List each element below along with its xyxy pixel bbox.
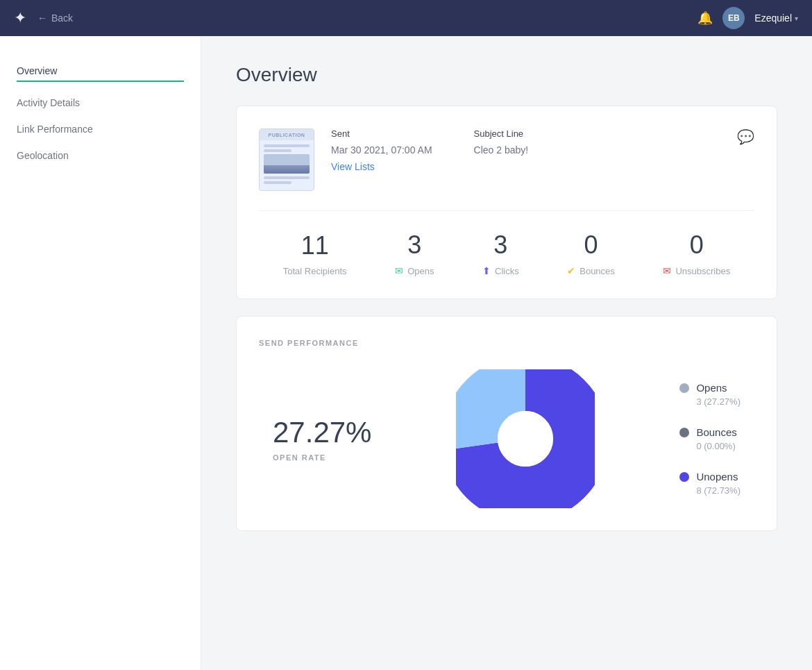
bounces-icon: ✔ [567,265,575,276]
stat-unsubscribes-label: ✉ Unsubscribes [663,265,730,276]
legend-label-bounces: Bounces [696,426,736,438]
perf-body: 27.27% OPEN RATE [259,369,754,508]
legend-item-opens: Opens 3 (27.27%) [679,382,741,407]
notification-icon[interactable]: 🔔 [697,10,713,26]
pie-chart [456,369,595,508]
perf-section-label: SEND PERFORMANCE [259,339,754,347]
legend-label-opens: Opens [696,382,727,394]
thumb-line-2 [264,149,291,152]
page-title: Overview [236,64,777,86]
sidebar-item-link-performance[interactable]: Link Performance [17,117,184,143]
back-arrow-icon: ← [37,12,47,24]
legend-dot-opens [679,383,689,393]
email-info-card: PUBLICATION Sent Mar 30 2021, 07:00 AM [236,106,777,299]
pie-svg [456,369,595,508]
sent-label: Sent [331,128,432,139]
view-lists-link[interactable]: View Lists [331,161,432,172]
legend-label-unopens: Unopens [696,471,738,483]
user-name-label: Ezequiel [754,12,792,24]
stat-bounces: 0 ✔ Bounces [567,231,615,276]
stat-total-recipients: 11 Total Recipients [283,231,347,276]
back-button[interactable]: ← Back [37,12,73,24]
subject-value: Cleo 2 baby! [474,144,529,156]
thumb-label: PUBLICATION [260,129,314,140]
performance-card: SEND PERFORMANCE 27.27% OPEN RATE [236,316,777,531]
email-meta: Sent Mar 30 2021, 07:00 AM View Lists Su… [331,128,528,172]
main-content: Overview PUBLICATION [201,36,812,670]
sidebar-item-geolocation[interactable]: Geolocation [17,143,184,169]
legend-dot-unopens [679,472,689,482]
meta-subject: Subject Line Cleo 2 baby! [474,128,529,172]
stat-opens-label: ✉ Opens [395,265,434,276]
stat-opens-number: 3 [395,231,434,260]
open-rate-label: OPEN RATE [273,453,371,462]
email-thumbnail: PUBLICATION [259,128,314,191]
chart-legend: Opens 3 (27.27%) Bounces 0 (0.00%) [679,382,741,496]
thumb-image [264,154,310,174]
stat-clicks-label: ⬆ Clicks [482,265,519,276]
stat-unsubscribes: 0 ✉ Unsubscribes [663,231,730,276]
stat-bounces-label: ✔ Bounces [567,265,615,276]
legend-value-opens: 3 (27.27%) [696,396,741,407]
unsubscribes-icon: ✉ [663,265,671,276]
stat-total-recipients-label: Total Recipients [283,266,347,276]
stat-total-recipients-number: 11 [283,231,347,260]
sidebar: Overview Activity Details Link Performan… [0,36,201,670]
stat-unsubscribes-number: 0 [663,231,730,260]
stat-bounces-number: 0 [567,231,615,260]
chevron-down-icon: ▾ [795,15,798,22]
opens-icon: ✉ [395,265,403,276]
legend-item-bounces: Bounces 0 (0.00%) [679,426,741,451]
open-rate-section: 27.27% OPEN RATE [273,416,371,462]
layout: Overview Activity Details Link Performan… [0,0,812,670]
top-nav: ✦ ← Back 🔔 EB Ezequiel ▾ [0,0,812,36]
user-menu[interactable]: Ezequiel ▾ [754,12,798,24]
thumb-line-4 [264,181,291,184]
sidebar-item-overview[interactable]: Overview [17,58,184,90]
stat-clicks-number: 3 [482,231,519,260]
clicks-icon: ⬆ [482,265,491,276]
meta-sent: Sent Mar 30 2021, 07:00 AM View Lists [331,128,432,172]
comment-icon[interactable]: 💬 [737,128,754,145]
thumb-line-3 [264,176,310,179]
legend-value-unopens: 8 (72.73%) [696,485,741,496]
stats-row: 11 Total Recipients 3 ✉ Opens 3 ⬆ [259,231,754,276]
legend-dot-bounces [679,428,689,437]
subject-label: Subject Line [474,128,529,139]
legend-value-bounces: 0 (0.00%) [696,441,741,451]
open-rate-value: 27.27% [273,416,371,449]
app-logo: ✦ [14,9,26,27]
legend-item-unopens: Unopens 8 (72.73%) [679,471,741,496]
stat-clicks: 3 ⬆ Clicks [482,231,519,276]
thumb-line-1 [264,144,310,147]
email-info-row: PUBLICATION Sent Mar 30 2021, 07:00 AM [259,128,754,211]
sidebar-item-activity-details[interactable]: Activity Details [17,90,184,117]
stat-opens: 3 ✉ Opens [395,231,434,276]
back-label: Back [51,12,73,24]
avatar[interactable]: EB [722,7,745,29]
svg-point-2 [498,411,553,467]
sent-value: Mar 30 2021, 07:00 AM [331,144,432,156]
